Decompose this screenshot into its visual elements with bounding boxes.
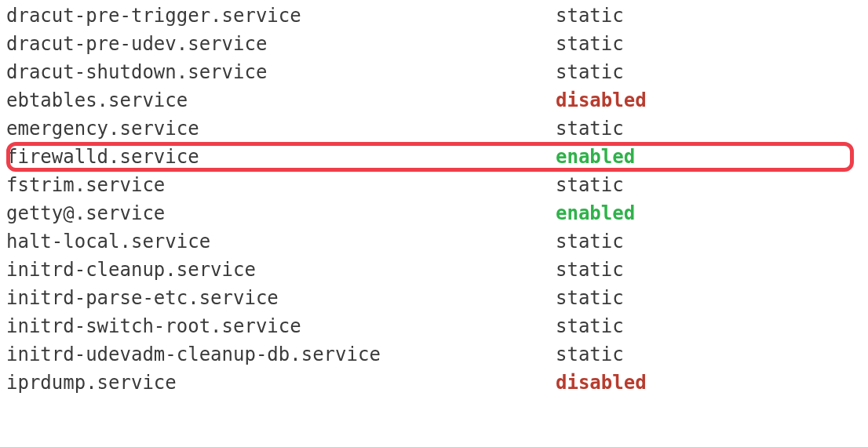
service-status: enabled xyxy=(556,143,635,171)
service-name: initrd-cleanup.service xyxy=(6,256,556,284)
service-row: dracut-shutdown.service static xyxy=(6,58,862,86)
service-row: iprdump.service disabled xyxy=(6,369,862,397)
service-row: halt-local.service static xyxy=(6,227,862,256)
service-name: iprdump.service xyxy=(6,369,556,397)
service-name: initrd-parse-etc.service xyxy=(6,284,556,312)
service-name: dracut-shutdown.service xyxy=(6,58,556,86)
service-row: ebtables.service disabled xyxy=(6,86,862,114)
service-status: static xyxy=(556,227,624,256)
service-status: static xyxy=(556,58,624,86)
service-row: dracut-pre-udev.service static xyxy=(6,30,862,58)
service-status: static xyxy=(556,2,624,30)
service-row: getty@.service enabled xyxy=(6,199,862,227)
service-status: disabled xyxy=(556,369,647,397)
service-name: firewalld.service xyxy=(6,143,556,171)
service-name: getty@.service xyxy=(6,199,556,227)
service-status: static xyxy=(556,340,624,369)
service-status: disabled xyxy=(556,86,647,114)
service-name: initrd-udevadm-cleanup-db.service xyxy=(6,340,556,369)
service-row: dracut-pre-trigger.service static xyxy=(6,2,862,30)
terminal-output: dracut-pre-trigger.service static dracut… xyxy=(6,2,862,397)
service-status: enabled xyxy=(556,199,635,227)
service-name: ebtables.service xyxy=(6,86,556,114)
service-row: initrd-switch-root.service static xyxy=(6,312,862,340)
service-status: static xyxy=(556,171,624,199)
service-status: static xyxy=(556,312,624,340)
service-name: emergency.service xyxy=(6,114,556,143)
service-row: fstrim.service static xyxy=(6,171,862,199)
service-row: emergency.service static xyxy=(6,114,862,143)
service-row: initrd-parse-etc.service static xyxy=(6,284,862,312)
service-name: dracut-pre-trigger.service xyxy=(6,2,556,30)
service-status: static xyxy=(556,30,624,58)
service-row: initrd-cleanup.service static xyxy=(6,256,862,284)
service-row: initrd-udevadm-cleanup-db.service static xyxy=(6,340,862,369)
service-status: static xyxy=(556,284,624,312)
service-name: fstrim.service xyxy=(6,171,556,199)
service-name: halt-local.service xyxy=(6,227,556,256)
service-name: dracut-pre-udev.service xyxy=(6,30,556,58)
service-status: static xyxy=(556,256,624,284)
service-status: static xyxy=(556,114,624,143)
service-name: initrd-switch-root.service xyxy=(6,312,556,340)
service-row-highlighted: firewalld.service enabled xyxy=(6,143,862,171)
